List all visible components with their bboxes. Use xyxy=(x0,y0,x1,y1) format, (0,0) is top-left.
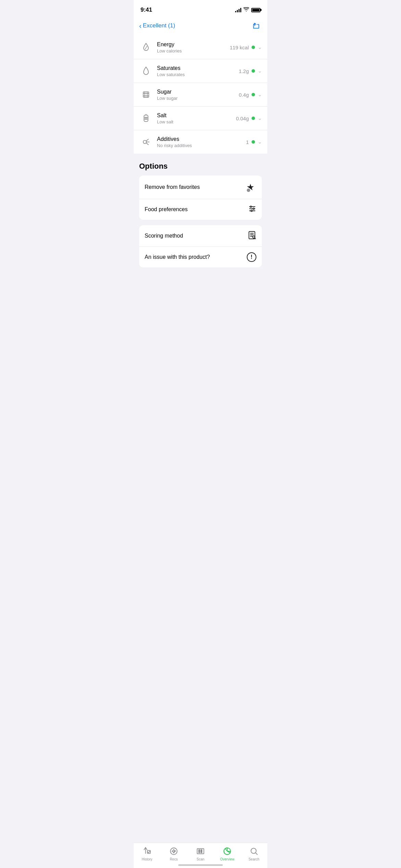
energy-text: Energy Low calories xyxy=(157,41,230,53)
svg-point-7 xyxy=(146,117,147,118)
issue-label: An issue with this product? xyxy=(145,254,210,260)
sugar-icon xyxy=(139,88,153,101)
salt-text: Salt Low salt xyxy=(157,112,236,124)
share-icon xyxy=(252,22,260,29)
share-button[interactable] xyxy=(250,20,262,32)
salt-name: Salt xyxy=(157,112,236,119)
salt-sub: Low salt xyxy=(157,119,236,124)
svg-point-20 xyxy=(251,210,252,212)
salt-value: 0.04g ⌄ xyxy=(236,116,262,121)
saturates-sub: Low saturates xyxy=(157,72,239,77)
additives-sub: No risky additives xyxy=(157,143,246,148)
energy-value: 119 kcal ⌄ xyxy=(230,45,262,50)
svg-point-19 xyxy=(253,208,254,209)
nutrient-row-saturates[interactable]: Saturates Low saturates 1.2g ⌄ xyxy=(134,59,267,83)
back-label: Excellent (1) xyxy=(143,22,175,29)
scoring-method-label: Scoring method xyxy=(145,233,183,239)
nutrient-row-energy[interactable]: Energy Low calories 119 kcal ⌄ xyxy=(134,36,267,59)
remove-favorites-label: Remove from favorites xyxy=(145,184,200,190)
svg-point-6 xyxy=(145,117,146,118)
svg-point-9 xyxy=(146,119,147,119)
nutrient-row-additives[interactable]: Additives No risky additives 1 ⌄ xyxy=(134,130,267,154)
additives-name: Additives xyxy=(157,136,246,142)
star-toggle-icon: ★ xyxy=(244,181,256,193)
alert-icon: ! xyxy=(247,252,256,262)
filter-icon xyxy=(248,205,256,214)
back-button[interactable]: ‹ Excellent (1) xyxy=(139,22,175,30)
saturates-icon xyxy=(139,64,153,78)
saturates-chevron-icon: ⌄ xyxy=(258,68,262,74)
options-card-secondary: Scoring method An issue with this produc… xyxy=(139,225,262,267)
battery-icon xyxy=(251,8,260,12)
status-bar: 9:41 xyxy=(134,0,267,17)
energy-status-dot xyxy=(252,46,255,49)
svg-rect-0 xyxy=(143,92,149,97)
sugar-status-dot xyxy=(252,93,255,96)
issue-row[interactable]: An issue with this product? ! xyxy=(139,247,262,267)
svg-rect-21 xyxy=(249,231,255,239)
additives-value: 1 ⌄ xyxy=(246,139,262,145)
additives-icon xyxy=(139,135,153,149)
svg-point-11 xyxy=(143,140,146,143)
saturates-amount: 1.2g xyxy=(239,68,249,74)
scoring-icon xyxy=(247,231,256,241)
svg-point-8 xyxy=(145,119,146,119)
remove-favorites-row[interactable]: Remove from favorites ★ xyxy=(139,176,262,199)
salt-chevron-icon: ⌄ xyxy=(258,116,262,121)
energy-sub: Low calories xyxy=(157,48,230,53)
additives-status-dot xyxy=(252,140,255,144)
sugar-name: Sugar xyxy=(157,89,239,95)
food-preferences-label: Food preferences xyxy=(145,206,187,213)
salt-status-dot xyxy=(252,117,255,120)
nutrient-row-sugar[interactable]: Sugar Low sugar 0.4g ⌄ xyxy=(134,83,267,107)
saturates-value: 1.2g ⌄ xyxy=(239,68,262,74)
saturates-text: Saturates Low saturates xyxy=(157,65,239,77)
sugar-sub: Low sugar xyxy=(157,96,239,101)
additives-amount: 1 xyxy=(246,139,249,145)
sugar-text: Sugar Low sugar xyxy=(157,89,239,101)
energy-amount: 119 kcal xyxy=(230,45,249,50)
svg-point-18 xyxy=(250,206,252,207)
scoring-method-row[interactable]: Scoring method xyxy=(139,225,262,247)
signal-icon xyxy=(235,8,241,12)
salt-icon xyxy=(139,111,153,125)
back-chevron-icon: ‹ xyxy=(139,22,142,30)
status-icons xyxy=(235,7,260,13)
salt-amount: 0.04g xyxy=(236,116,249,121)
nutrient-row-salt[interactable]: Salt Low salt 0.04g ⌄ xyxy=(134,107,267,130)
energy-icon xyxy=(139,40,153,54)
energy-chevron-icon: ⌄ xyxy=(258,45,262,50)
options-card-primary: Remove from favorites ★ Food preferences xyxy=(139,176,262,220)
status-time: 9:41 xyxy=(141,7,152,13)
star-dot xyxy=(246,188,251,193)
wifi-icon xyxy=(243,7,249,13)
additives-chevron-icon: ⌄ xyxy=(258,139,262,145)
sugar-chevron-icon: ⌄ xyxy=(258,92,262,97)
sugar-value: 0.4g ⌄ xyxy=(239,92,262,98)
nav-header: ‹ Excellent (1) xyxy=(134,17,267,36)
saturates-name: Saturates xyxy=(157,65,239,71)
svg-line-13 xyxy=(146,143,148,145)
svg-rect-5 xyxy=(144,115,148,122)
food-preferences-row[interactable]: Food preferences xyxy=(139,199,262,220)
additives-text: Additives No risky additives xyxy=(157,136,246,148)
saturates-status-dot xyxy=(252,69,255,73)
options-title: Options xyxy=(139,162,262,171)
nutrient-list: Energy Low calories 119 kcal ⌄ Saturates… xyxy=(134,36,267,154)
sugar-amount: 0.4g xyxy=(239,92,249,98)
svg-line-12 xyxy=(146,139,148,141)
energy-name: Energy xyxy=(157,41,230,48)
options-section: Options Remove from favorites ★ Food pre… xyxy=(134,154,267,278)
